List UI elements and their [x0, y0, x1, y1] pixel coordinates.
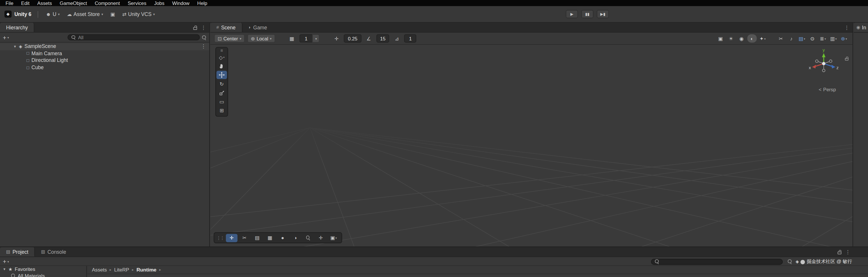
- project-content-area[interactable]: [87, 274, 868, 277]
- hand-icon: [219, 63, 225, 69]
- asset-store-button[interactable]: ☁ Asset Store ▾: [64, 10, 106, 18]
- orientation-gizmo[interactable]: y x z: [808, 47, 839, 78]
- pause-button[interactable]: ▮▮: [581, 10, 593, 18]
- scene-audio-toggle[interactable]: ◉: [737, 34, 746, 43]
- panel-menu-icon[interactable]: ⋮: [201, 25, 206, 30]
- menu-window[interactable]: Window: [168, 0, 193, 6]
- expand-icon[interactable]: ▼: [12, 45, 18, 48]
- scale-tool[interactable]: [217, 89, 227, 97]
- menu-edit[interactable]: Edit: [17, 0, 33, 6]
- panel-menu-icon[interactable]: ⋮: [844, 25, 849, 30]
- hierarchy-item-directional-light[interactable]: □ Directional Light: [0, 57, 209, 64]
- overlay-move-tool[interactable]: ✛: [226, 234, 238, 242]
- chevron-down-icon[interactable]: ▾: [313, 34, 320, 43]
- rect-tool[interactable]: ▭: [217, 97, 227, 106]
- overlay-zoom-tool[interactable]: [302, 234, 314, 242]
- layout-window-button[interactable]: ▣: [108, 10, 118, 18]
- snap-move-icon[interactable]: ✛: [332, 34, 341, 43]
- create-asset-button[interactable]: + ▾: [0, 258, 12, 264]
- chevron-down-icon: ▾: [7, 35, 9, 40]
- all-materials-row[interactable]: All Materials: [0, 273, 87, 277]
- breadcrumb-literp[interactable]: LiteRP: [114, 267, 129, 273]
- overlay-terrain-tool[interactable]: ▤: [251, 234, 263, 242]
- scale-snap-field[interactable]: 1: [404, 34, 416, 43]
- lock-icon[interactable]: [193, 27, 197, 30]
- snap-scale-icon[interactable]: ⊿: [392, 34, 401, 43]
- rotate-tool[interactable]: ↻: [217, 80, 227, 88]
- overlay-camera-tool[interactable]: ▣ ▾: [328, 234, 339, 242]
- tab-hierarchy[interactable]: Hierarchy: [0, 23, 35, 32]
- expand-icon[interactable]: ▼: [3, 268, 6, 271]
- step-button[interactable]: ▶▮: [597, 10, 609, 18]
- hierarchy-scene-row[interactable]: ▼ ◈ SampleScene ⋮: [0, 43, 209, 50]
- menu-assets[interactable]: Assets: [33, 0, 56, 6]
- scene-viewport[interactable]: ≡ ◇ ▾ ↻: [211, 45, 852, 246]
- scene-lighting-toggle[interactable]: ☀: [726, 34, 736, 43]
- snap-rotate-icon[interactable]: ∠: [364, 34, 373, 43]
- tab-console[interactable]: ▥ Console: [35, 247, 72, 256]
- overlay-paint-tool[interactable]: ◑: [290, 234, 301, 242]
- terrain-icon: ▤: [255, 235, 259, 240]
- scene-menu-icon[interactable]: ⋮: [201, 44, 206, 49]
- projection-label[interactable]: < Persp: [819, 87, 836, 93]
- layers-stack-dropdown[interactable]: ≣ ▾: [818, 34, 828, 43]
- audio-mute-toggle[interactable]: ♪: [786, 34, 796, 43]
- account-menu-button[interactable]: ☻ U ▾: [43, 10, 63, 18]
- unity-vcs-button[interactable]: ⇄ Unity VCS ▾: [119, 10, 157, 18]
- project-search-input[interactable]: [651, 258, 783, 265]
- move-snap-field[interactable]: 0.25: [344, 34, 361, 43]
- grid-size-dropdown[interactable]: 1 ▾: [299, 34, 320, 43]
- tool-handle-rotation-dropdown[interactable]: ⊕ Local ▾: [247, 34, 275, 43]
- overlay-drag-handle[interactable]: ⋮⋮: [217, 235, 224, 240]
- hierarchy-item-main-camera[interactable]: □ Main Camera: [0, 50, 209, 57]
- gizmos-dropdown[interactable]: ⊛ ▾: [839, 34, 848, 43]
- search-filter-icon[interactable]: [201, 35, 208, 40]
- breadcrumb-runtime[interactable]: Runtime: [136, 267, 156, 273]
- move-tool[interactable]: [217, 71, 227, 79]
- hand-tool[interactable]: [217, 62, 227, 70]
- tab-game[interactable]: ◗ Game: [242, 23, 273, 32]
- menu-help[interactable]: Help: [193, 0, 211, 6]
- scene-effects-toggle[interactable]: ◐: [747, 34, 756, 43]
- favorites-row[interactable]: ▼ ★ Favorites: [0, 266, 87, 273]
- menu-file[interactable]: File: [2, 0, 18, 6]
- hierarchy-search-input[interactable]: All: [67, 34, 200, 40]
- hierarchy-toolbar: + ▾ All: [0, 33, 209, 42]
- grid-visibility-toggle[interactable]: ▦: [287, 34, 296, 43]
- overlay-cut-tool[interactable]: ✂: [239, 234, 250, 242]
- menu-jobs[interactable]: Jobs: [150, 0, 168, 6]
- scene-visibility-toggle[interactable]: ⊙: [808, 34, 817, 43]
- lock-icon[interactable]: [837, 251, 841, 254]
- overlay-move2-tool[interactable]: ✛: [315, 234, 327, 242]
- layers-visibility-dropdown[interactable]: ▤ ▾: [797, 34, 807, 43]
- create-object-button[interactable]: + ▾: [0, 35, 12, 40]
- menu-component[interactable]: Component: [91, 0, 124, 6]
- overlay-drag-handle[interactable]: ≡: [220, 48, 223, 52]
- transform-tool[interactable]: ⊞: [217, 106, 227, 114]
- item-label: Directional Light: [31, 58, 68, 63]
- scene-tabbar: # Scene ◗ Game ⋮: [211, 23, 852, 33]
- inspector-icon: ◉: [856, 25, 860, 30]
- overlay-sphere-tool[interactable]: ●: [277, 234, 288, 242]
- scene-cut-toggle[interactable]: ✂: [776, 34, 785, 43]
- account-icon: ☻: [46, 11, 51, 17]
- breadcrumb-assets[interactable]: Assets: [92, 267, 107, 273]
- menu-gameobject[interactable]: GameObject: [56, 0, 91, 6]
- overlay-grid-tool[interactable]: ▦: [264, 234, 276, 242]
- effects-dropdown[interactable]: ✦ ▾: [758, 34, 767, 43]
- search-filter-icon[interactable]: [786, 259, 793, 264]
- camera-settings-dropdown[interactable]: ▥ ▾: [829, 34, 838, 43]
- tab-project[interactable]: ▤ Project: [0, 247, 35, 256]
- tool-handle-position-dropdown[interactable]: ⊡ Center ▾: [214, 34, 245, 43]
- camera-preview-toggle[interactable]: ▣: [716, 34, 725, 43]
- gizmo-lock-icon[interactable]: [845, 54, 848, 63]
- tab-scene[interactable]: # Scene: [211, 23, 242, 32]
- chevron-down-icon: ▾: [270, 37, 272, 40]
- tab-inspector[interactable]: ◉ In: [854, 23, 868, 32]
- rotation-snap-field[interactable]: 15: [376, 34, 389, 43]
- menu-services[interactable]: Services: [124, 0, 150, 6]
- hierarchy-item-cube[interactable]: □ Cube: [0, 64, 209, 71]
- panel-menu-icon[interactable]: ⋮: [845, 249, 850, 255]
- view-options-dropdown[interactable]: ◇ ▾: [217, 53, 227, 62]
- play-button[interactable]: ▶: [566, 10, 578, 18]
